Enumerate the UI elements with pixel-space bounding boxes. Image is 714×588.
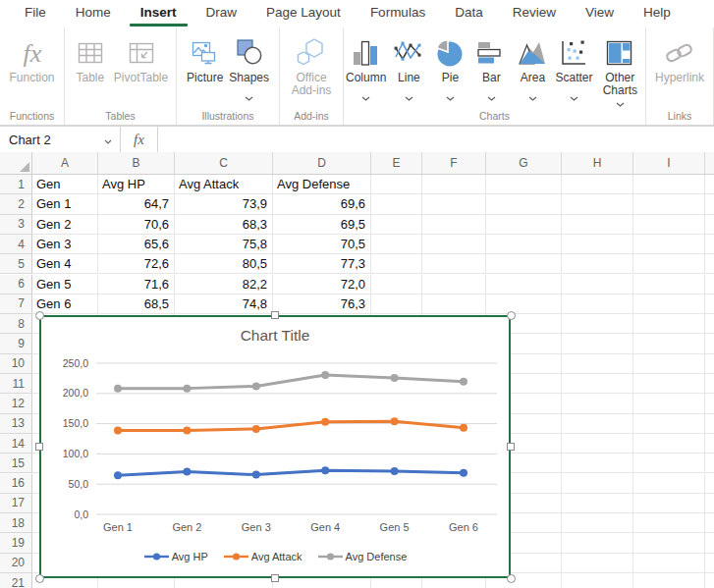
cell-C2[interactable]: 73,9 (175, 194, 273, 214)
chart-resize-handle[interactable] (35, 443, 43, 451)
cell-H18[interactable] (562, 513, 633, 533)
column-header-I[interactable]: I (633, 152, 705, 175)
cell-D2[interactable]: 69,6 (273, 194, 371, 214)
cell-H16[interactable] (562, 474, 633, 494)
column-header-G[interactable]: G (486, 152, 562, 175)
cell-B3[interactable]: 70,6 (98, 215, 175, 235)
cell-I14[interactable] (633, 434, 705, 454)
cell-F7[interactable] (422, 294, 486, 314)
row-header-16[interactable]: 16 (0, 474, 32, 494)
cell-C5[interactable]: 80,5 (175, 254, 273, 274)
cell-E1[interactable] (371, 175, 422, 194)
cell-E2[interactable] (371, 194, 422, 214)
cell-J9[interactable] (705, 334, 714, 353)
line-button[interactable]: Line (391, 27, 426, 92)
cell-J16[interactable] (705, 474, 714, 494)
cell-I2[interactable] (633, 194, 705, 214)
cell-J10[interactable] (705, 354, 714, 374)
area-button[interactable]: Area (515, 27, 550, 92)
cell-F4[interactable] (422, 235, 486, 254)
row-header-11[interactable]: 11 (0, 374, 32, 394)
chart-legend[interactable]: Avg HP Avg Attack Avg Defense (41, 551, 509, 562)
chart-resize-handle[interactable] (35, 311, 44, 320)
cell-D6[interactable]: 72,0 (273, 275, 371, 294)
cell-J6[interactable] (705, 275, 714, 294)
cell-G7[interactable] (486, 294, 562, 314)
chevron-down-icon[interactable] (245, 87, 253, 92)
cell-J8[interactable] (705, 314, 714, 334)
chevron-down-icon[interactable] (570, 87, 578, 92)
row-header-1[interactable]: 1 (0, 175, 32, 194)
cell-C3[interactable]: 68,3 (175, 215, 273, 235)
row-header-12[interactable]: 12 (0, 394, 32, 413)
row-header-20[interactable]: 20 (0, 554, 32, 573)
column-header-F[interactable]: F (422, 152, 486, 175)
cell-J4[interactable] (705, 235, 714, 254)
chevron-down-icon[interactable] (487, 87, 496, 92)
cell-H9[interactable] (562, 334, 633, 353)
row-header-6[interactable]: 6 (0, 275, 32, 294)
cell-G1[interactable] (486, 175, 562, 194)
chevron-down-icon[interactable] (104, 133, 112, 147)
cell-I12[interactable] (633, 394, 705, 413)
cell-I3[interactable] (633, 215, 705, 235)
cell-I1[interactable] (633, 175, 705, 194)
cell-C6[interactable]: 82,2 (175, 275, 273, 294)
cell-I21[interactable] (633, 573, 705, 588)
cell-G2[interactable] (486, 194, 562, 214)
cell-J5[interactable] (705, 254, 714, 274)
cell-F3[interactable] (422, 215, 486, 235)
column-header-H[interactable]: H (562, 152, 633, 175)
shapes-button[interactable]: Shapes (229, 27, 269, 92)
legend-item-avg-attack[interactable]: Avg Attack (223, 551, 302, 562)
column-header-B[interactable]: B (98, 152, 175, 175)
cell-H19[interactable] (562, 533, 633, 553)
cell-J2[interactable] (705, 194, 714, 214)
cell-F6[interactable] (422, 275, 486, 294)
column-header-A[interactable]: A (32, 152, 98, 175)
cell-I6[interactable] (633, 275, 705, 294)
chart-resize-handle[interactable] (507, 311, 516, 320)
cell-H2[interactable] (562, 194, 633, 214)
row-header-14[interactable]: 14 (0, 434, 32, 454)
cell-J18[interactable] (705, 513, 714, 533)
cell-H7[interactable] (562, 294, 633, 314)
tab-review[interactable]: Review (498, 0, 571, 27)
cell-H8[interactable] (562, 314, 633, 334)
cell-J20[interactable] (705, 554, 714, 573)
cell-E7[interactable] (371, 294, 422, 314)
cell-G3[interactable] (486, 215, 562, 235)
row-header-7[interactable]: 7 (0, 294, 32, 314)
row-header-8[interactable]: 8 (0, 314, 32, 334)
formula-input[interactable] (158, 127, 714, 152)
cell-A3[interactable]: Gen 2 (32, 215, 98, 235)
cell-H11[interactable] (562, 374, 633, 394)
cell-D3[interactable]: 69,5 (273, 215, 371, 235)
chart-object[interactable]: Chart Title 0,050,0100,0150,0200,0250,0G… (39, 315, 511, 578)
cell-I11[interactable] (633, 374, 705, 394)
cell-H17[interactable] (562, 494, 633, 513)
cell-H20[interactable] (562, 554, 633, 573)
cell-D4[interactable]: 70,5 (273, 235, 371, 254)
cell-H1[interactable] (562, 175, 633, 194)
row-header-2[interactable]: 2 (0, 194, 32, 214)
cell-I15[interactable] (633, 454, 705, 473)
cell-A5[interactable]: Gen 4 (32, 254, 98, 274)
cell-J12[interactable] (705, 394, 714, 413)
other-charts-button[interactable]: OtherCharts (598, 27, 642, 111)
cell-E6[interactable] (371, 275, 422, 294)
cell-H14[interactable] (562, 434, 633, 454)
cell-J17[interactable] (705, 494, 714, 513)
cell-E4[interactable] (371, 235, 422, 254)
tab-help[interactable]: Help (629, 0, 686, 27)
cell-H5[interactable] (562, 254, 633, 274)
chevron-down-icon[interactable] (446, 87, 455, 92)
insert-function-button[interactable]: fx (121, 127, 158, 152)
cell-I13[interactable] (633, 414, 705, 434)
cell-I19[interactable] (633, 533, 705, 553)
cell-C4[interactable]: 75,8 (175, 235, 273, 254)
cell-H4[interactable] (562, 235, 633, 254)
cell-H6[interactable] (562, 275, 633, 294)
tab-file[interactable]: File (10, 0, 61, 27)
pie-button[interactable]: Pie (432, 27, 467, 92)
